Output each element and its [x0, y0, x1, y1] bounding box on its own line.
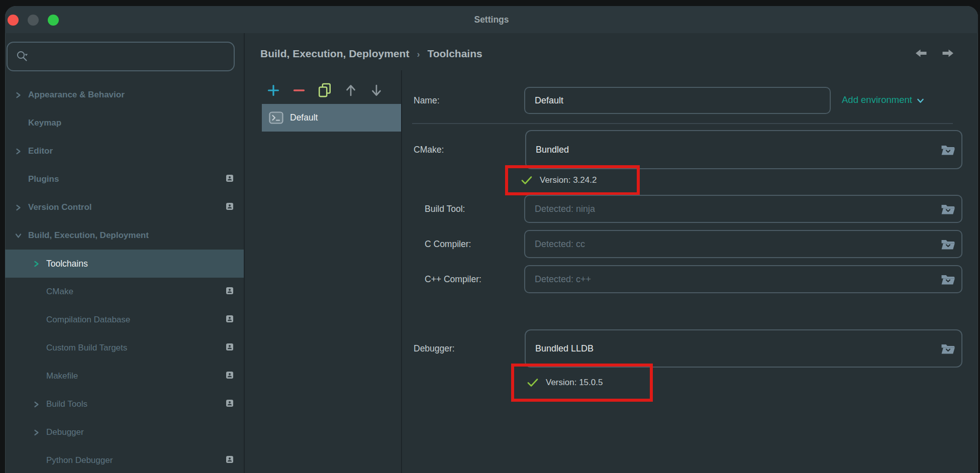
breadcrumb-separator-icon: › [417, 48, 420, 60]
cpp-compiler-input[interactable] [525, 274, 940, 285]
c-compiler-input[interactable] [525, 239, 940, 250]
settings-search-field[interactable] [7, 42, 235, 71]
c-compiler-field [524, 230, 962, 258]
zoom-button[interactable] [48, 15, 59, 26]
move-down-button[interactable] [369, 83, 383, 98]
chevron-right-icon [32, 428, 40, 436]
sidebar-item-label: Plugins [28, 174, 59, 184]
build-tool-input[interactable] [525, 204, 940, 214]
cmake-version-text: Version: 3.24.2 [540, 175, 597, 185]
breadcrumb: Build, Execution, Deployment › Toolchain… [260, 46, 482, 61]
sidebar-item-label: Toolchains [46, 259, 88, 269]
sidebar-item-label: Python Debugger [46, 455, 113, 465]
sidebar-item-debugger[interactable]: Debugger [5, 418, 244, 446]
settings-window: Settings Appearance & Behavior Keymap Ed… [0, 0, 980, 473]
ide-settings-icon [226, 343, 234, 353]
debugger-version-annotation: Version: 15.0.5 [511, 364, 653, 402]
cpp-compiler-label: C++ Compiler: [425, 274, 481, 285]
folder-browse-icon[interactable] [940, 143, 955, 157]
ide-settings-icon [226, 287, 234, 297]
sidebar-item-label: Appearance & Behavior [28, 90, 125, 100]
window-title: Settings [5, 6, 978, 33]
chevron-spacer [32, 344, 40, 352]
chevron-right-icon [14, 147, 22, 155]
sidebar-item-plugins[interactable]: Plugins [5, 165, 244, 193]
folder-browse-icon[interactable] [940, 238, 955, 251]
sidebar-item-label: Custom Build Targets [46, 343, 127, 353]
check-icon [521, 176, 532, 185]
forward-button[interactable] [941, 48, 954, 59]
sidebar-item-label: Editor [28, 146, 53, 156]
add-environment-dropdown[interactable]: Add environment [842, 92, 924, 107]
close-button[interactable] [8, 15, 19, 26]
breadcrumb-current: Toolchains [427, 48, 482, 60]
sidebar-divider [244, 33, 245, 473]
debugger-input[interactable] [526, 343, 940, 354]
sidebar-item-build-tools[interactable]: Build Tools [5, 390, 244, 418]
sidebar-item-toolchains[interactable]: Toolchains [5, 250, 244, 278]
cmake-field [525, 130, 962, 169]
name-label: Name: [414, 95, 440, 106]
ide-settings-icon [226, 174, 234, 184]
sidebar-item-keymap[interactable]: Keymap [5, 109, 244, 137]
cmake-input[interactable] [526, 145, 940, 155]
build-tool-field [524, 195, 962, 223]
toolchain-name: Default [290, 112, 318, 123]
folder-browse-icon[interactable] [940, 342, 955, 356]
move-up-button[interactable] [344, 83, 358, 98]
chevron-down-icon [917, 97, 924, 103]
name-field [524, 87, 831, 114]
ide-settings-icon [226, 202, 234, 212]
section-separator [412, 123, 953, 124]
sidebar-item-compilation-database[interactable]: Compilation Database [5, 306, 244, 334]
sidebar-item-label: Keymap [28, 118, 61, 128]
chevron-right-icon [32, 400, 40, 408]
chevron-spacer [32, 456, 40, 464]
chevron-spacer [14, 175, 22, 183]
sidebar-item-editor[interactable]: Editor [5, 137, 244, 165]
sidebar-item-label: Build, Execution, Deployment [28, 230, 149, 241]
debugger-label: Debugger: [414, 343, 455, 354]
sidebar-item-makefile[interactable]: Makefile [5, 362, 244, 390]
check-icon [527, 378, 538, 387]
terminal-icon [269, 111, 283, 124]
ide-settings-icon [226, 455, 234, 465]
chevron-right-icon [14, 203, 22, 211]
debugger-version-text: Version: 15.0.5 [546, 378, 603, 388]
cmake-version-annotation: Version: 3.24.2 [505, 165, 640, 195]
add-environment-label: Add environment [842, 94, 912, 105]
c-compiler-label: C Compiler: [425, 239, 471, 250]
ide-settings-icon [226, 399, 234, 409]
chevron-spacer [14, 119, 22, 127]
sidebar-item-label: Compilation Database [46, 315, 130, 325]
pane-divider [401, 70, 402, 473]
toolchain-list-item-default[interactable]: Default [262, 104, 401, 132]
name-input[interactable] [525, 95, 830, 106]
cpp-compiler-field [524, 265, 962, 293]
debugger-field [525, 329, 962, 368]
sidebar-item-python-debugger[interactable]: Python Debugger [5, 446, 244, 473]
sidebar-item-label: Build Tools [46, 399, 87, 409]
sidebar-item-label: CMake [46, 287, 73, 297]
minimize-button[interactable] [28, 15, 39, 26]
folder-browse-icon[interactable] [940, 273, 955, 286]
chevron-right-icon [32, 260, 40, 268]
chevron-down-icon [14, 231, 22, 240]
back-button[interactable] [915, 48, 928, 59]
folder-browse-icon[interactable] [940, 202, 955, 216]
sidebar-item-appearance-behavior[interactable]: Appearance & Behavior [5, 81, 244, 109]
sidebar-item-build-execution-deployment[interactable]: Build, Execution, Deployment [5, 221, 244, 250]
remove-toolchain-button[interactable] [292, 83, 306, 98]
sidebar-item-custom-build-targets[interactable]: Custom Build Targets [5, 334, 244, 362]
sidebar-item-cmake[interactable]: CMake [5, 278, 244, 306]
build-tool-label: Build Tool: [425, 203, 465, 214]
breadcrumb-parent[interactable]: Build, Execution, Deployment [260, 48, 409, 60]
sidebar-item-version-control[interactable]: Version Control [5, 193, 244, 221]
chevron-right-icon [14, 91, 22, 99]
search-input[interactable] [34, 51, 229, 62]
chevron-spacer [32, 316, 40, 324]
sidebar-item-label: Makefile [46, 371, 78, 381]
copy-toolchain-button[interactable] [318, 83, 332, 98]
chevron-spacer [32, 288, 40, 296]
add-toolchain-button[interactable] [266, 83, 280, 98]
